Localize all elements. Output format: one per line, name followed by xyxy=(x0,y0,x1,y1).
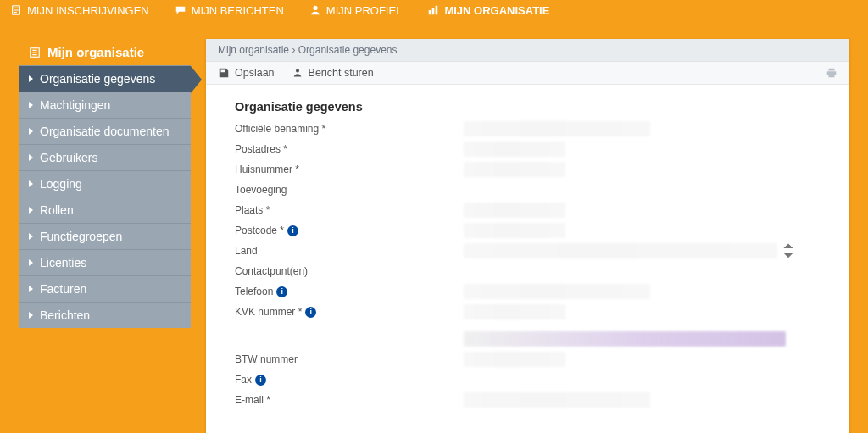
input-btw[interactable] xyxy=(464,352,565,367)
sidebar-item-label: Organisatie documenten xyxy=(40,125,170,138)
send-message-button[interactable]: Bericht sturen xyxy=(292,67,374,79)
chevron-right-icon xyxy=(29,259,33,266)
info-icon[interactable]: i xyxy=(305,307,316,318)
org-icon xyxy=(29,47,41,58)
form: Organisatie gegevens Officiële benaming … xyxy=(206,85,849,433)
sidebar-item-documents[interactable]: Organisatie documenten xyxy=(19,118,191,144)
info-icon[interactable]: i xyxy=(255,375,266,386)
nav-inscriptions[interactable]: MIJN INSCHRIJVINGEN xyxy=(10,4,149,17)
save-label: Opslaan xyxy=(235,67,275,79)
sidebar-item-label: Licenties xyxy=(40,256,86,269)
sidebar-item-users[interactable]: Gebruikers xyxy=(19,144,191,170)
input-official-name[interactable] xyxy=(464,121,650,136)
label-postal-address: Postadres * xyxy=(235,143,287,155)
chevron-right-icon xyxy=(29,154,33,161)
sidebar-item-logging[interactable]: Logging xyxy=(19,170,191,197)
nav-organisation[interactable]: MIJN ORGANISATIE xyxy=(427,4,549,17)
sidebar-item-licenses[interactable]: Licenties xyxy=(19,249,191,275)
dropdown-caret-icon[interactable] xyxy=(782,245,794,257)
action-bar: Opslaan Bericht sturen xyxy=(206,62,849,85)
info-icon[interactable]: i xyxy=(276,286,287,297)
input-phone[interactable] xyxy=(464,284,650,299)
row-addition: Toevoeging xyxy=(235,180,821,200)
chevron-right-icon xyxy=(29,180,33,187)
label-official-name: Officiële benaming * xyxy=(235,123,326,135)
save-icon xyxy=(218,67,230,79)
sidebar-item-label: Gebruikers xyxy=(40,151,97,164)
print-button[interactable] xyxy=(826,67,837,79)
input-house-number[interactable] xyxy=(464,162,565,177)
label-country: Land xyxy=(235,245,258,257)
breadcrumb-sep: › xyxy=(292,44,295,56)
sidebar-item-label: Berichten xyxy=(40,308,90,322)
chevron-right-icon xyxy=(29,128,33,135)
sidebar-item-invoices[interactable]: Facturen xyxy=(19,275,191,302)
breadcrumb: Mijn organisatie › Organisatie gegevens xyxy=(206,39,849,62)
main-panel: Mijn organisatie › Organisatie gegevens … xyxy=(206,39,849,433)
svg-point-6 xyxy=(296,69,299,72)
svg-rect-2 xyxy=(429,10,431,14)
sidebar-item-function-groups[interactable]: Functiegroepen xyxy=(19,223,191,249)
chevron-right-icon xyxy=(29,286,33,292)
sidebar: Mijn organisatie Organisatie gegevens Ma… xyxy=(19,39,191,328)
sidebar-group-label: Mijn organisatie xyxy=(47,45,144,59)
row-email: E-mail * xyxy=(235,390,821,410)
label-contact-points: Contactpunt(en) xyxy=(235,265,308,277)
nav-messages[interactable]: MIJN BERICHTEN xyxy=(175,4,284,17)
sidebar-item-label: Facturen xyxy=(40,282,86,296)
sidebar-item-label: Rollen xyxy=(40,203,74,217)
svg-point-1 xyxy=(313,6,317,10)
input-email[interactable] xyxy=(464,392,650,408)
input-postal-address[interactable] xyxy=(464,142,565,157)
sidebar-item-authorizations[interactable]: Machtigingen xyxy=(19,92,191,118)
printer-icon xyxy=(826,67,837,79)
row-postcode: Postcode * i xyxy=(235,220,821,241)
input-city[interactable] xyxy=(464,203,565,218)
svg-rect-3 xyxy=(432,8,435,14)
row-house-number: Huisnummer * xyxy=(235,159,821,180)
chart-icon xyxy=(427,4,439,16)
clipboard-icon xyxy=(10,4,22,16)
row-btw: BTW nummer xyxy=(235,349,821,369)
label-kvk: KVK nummer * xyxy=(235,306,302,318)
person-icon xyxy=(309,4,321,16)
sidebar-item-org-data[interactable]: Organisatie gegevens xyxy=(19,65,191,92)
nav-label: MIJN INSCHRIJVINGEN xyxy=(27,4,149,17)
breadcrumb-root[interactable]: Mijn organisatie xyxy=(218,44,289,56)
row-contact-points: Contactpunt(en) xyxy=(235,261,821,281)
input-kvk[interactable] xyxy=(464,304,565,319)
chevron-right-icon xyxy=(29,75,33,82)
row-fax: Fax i xyxy=(235,369,821,390)
form-title: Organisatie gegevens xyxy=(235,100,821,114)
row-city: Plaats * xyxy=(235,200,821,220)
row-official-name: Officiële benaming * xyxy=(235,119,821,139)
nav-label: MIJN PROFIEL xyxy=(326,4,403,17)
content-shell: Mijn organisatie Organisatie gegevens Ma… xyxy=(0,20,868,433)
send-label: Bericht sturen xyxy=(309,67,374,79)
top-nav-bar: MIJN INSCHRIJVINGEN MIJN BERICHTEN MIJN … xyxy=(0,0,868,20)
chevron-right-icon xyxy=(29,312,33,319)
row-kvk: KVK nummer * i xyxy=(235,302,821,322)
sidebar-item-roles[interactable]: Rollen xyxy=(19,197,191,223)
sidebar-item-label: Organisatie gegevens xyxy=(40,72,155,86)
input-extra[interactable] xyxy=(464,331,786,347)
info-icon[interactable]: i xyxy=(287,225,298,236)
select-country[interactable] xyxy=(464,243,777,258)
save-button[interactable]: Opslaan xyxy=(218,67,275,79)
chevron-right-icon xyxy=(29,207,33,214)
nav-profile[interactable]: MIJN PROFIEL xyxy=(309,4,403,17)
sidebar-group-title: Mijn organisatie xyxy=(19,39,191,65)
label-email: E-mail * xyxy=(235,394,270,406)
label-phone: Telefoon xyxy=(235,286,273,297)
sidebar-item-messages[interactable]: Berichten xyxy=(19,302,191,328)
svg-rect-4 xyxy=(436,6,438,15)
row-phone: Telefoon i xyxy=(235,281,821,302)
row-extra xyxy=(235,329,821,349)
input-postcode[interactable] xyxy=(464,223,565,238)
send-icon xyxy=(292,67,303,79)
nav-label: MIJN BERICHTEN xyxy=(192,4,284,17)
row-postal-address: Postadres * xyxy=(235,139,821,159)
chevron-right-icon xyxy=(29,233,33,240)
top-nav: MIJN INSCHRIJVINGEN MIJN BERICHTEN MIJN … xyxy=(10,0,549,20)
label-btw: BTW nummer xyxy=(235,353,298,365)
